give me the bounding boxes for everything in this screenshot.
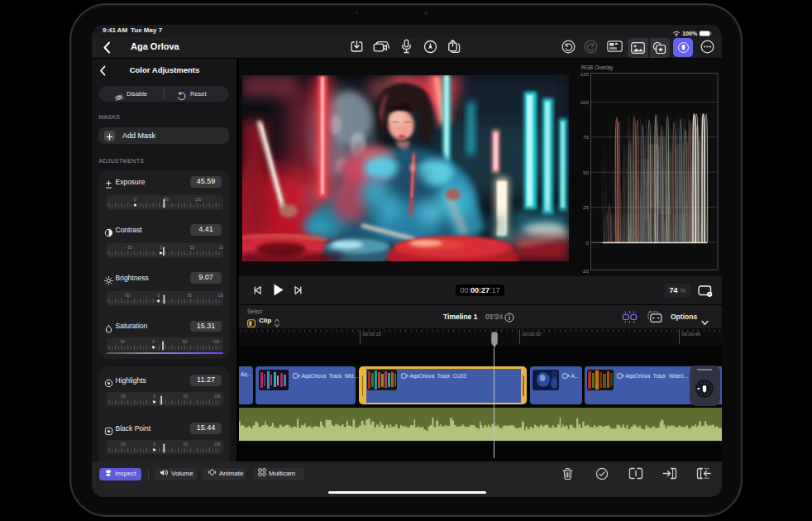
svg-text:00:00:30: 00:00:30 [522,332,541,337]
svg-text:00:00:45: 00:00:45 [681,332,700,337]
svg-text:00:00:15: 00:00:15 [362,332,381,337]
